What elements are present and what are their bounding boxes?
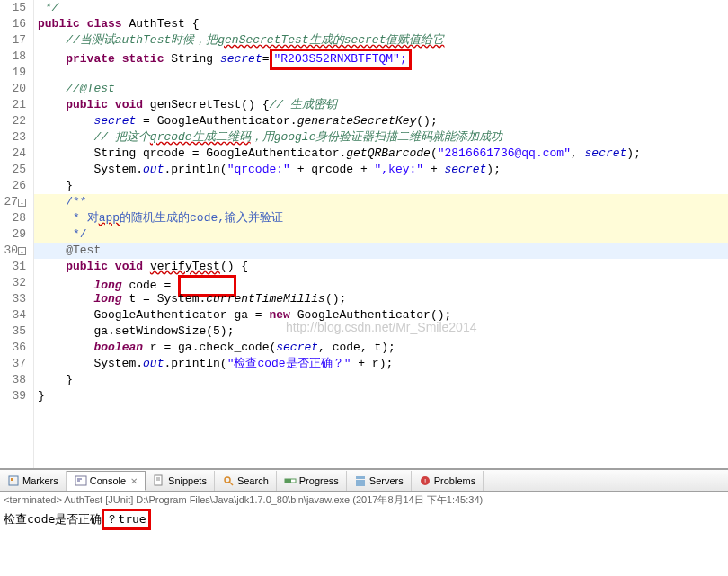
- line-num: 16: [0, 16, 26, 32]
- code-content[interactable]: */ public class AuthTest { //当测试authTest…: [34, 0, 728, 468]
- line-num: 28: [0, 210, 26, 226]
- tab-markers[interactable]: Markers: [0, 471, 67, 491]
- tab-servers[interactable]: Servers: [347, 471, 412, 491]
- line-num: 30-: [0, 243, 26, 259]
- fold-toggle-icon[interactable]: -: [18, 199, 26, 207]
- line-num: 21: [0, 97, 26, 113]
- line-num: 27-: [0, 194, 26, 210]
- console-status: <terminated> AuthTest [JUnit] D:\Program…: [4, 493, 724, 507]
- close-icon[interactable]: ✕: [130, 476, 138, 486]
- line-num: 25: [0, 162, 26, 178]
- svg-rect-11: [285, 479, 291, 483]
- servers-icon: [354, 474, 367, 487]
- svg-rect-12: [356, 476, 365, 479]
- line-num: 36: [0, 340, 26, 356]
- bottom-panel: Markers Console ✕ Snippets Search Progre…: [0, 469, 728, 575]
- svg-rect-1: [11, 478, 13, 481]
- search-icon: [222, 474, 235, 487]
- highlight-box-result: ？true: [102, 509, 150, 530]
- tab-console[interactable]: Console ✕: [67, 471, 146, 491]
- tab-progress[interactable]: Progress: [277, 471, 347, 491]
- progress-icon: [284, 474, 297, 487]
- tab-problems[interactable]: ! Problems: [412, 471, 484, 491]
- svg-line-9: [229, 482, 233, 485]
- line-num: 23: [0, 129, 26, 146]
- svg-rect-14: [356, 483, 365, 486]
- line-num: 15: [0, 0, 26, 16]
- line-num: 31: [0, 259, 26, 275]
- line-number-gutter: 15 16 17 18 19 20 21 22 23 24 25 26 27- …: [0, 0, 34, 468]
- svg-rect-2: [75, 476, 86, 485]
- snippets-icon: [153, 474, 165, 487]
- line-num: 26: [0, 178, 26, 194]
- tab-search[interactable]: Search: [215, 471, 277, 491]
- problems-icon: !: [419, 474, 431, 487]
- line-num: 22: [0, 113, 26, 129]
- console-icon: [75, 474, 87, 487]
- line-num: 29: [0, 226, 26, 243]
- line-num: 20: [0, 81, 26, 97]
- line-num: 34: [0, 307, 26, 323]
- line-num: 39: [0, 388, 26, 404]
- markers-icon: [7, 474, 20, 487]
- line-num: 32: [0, 275, 26, 291]
- console-content[interactable]: <terminated> AuthTest [JUnit] D:\Program…: [0, 492, 728, 532]
- line-num: 19: [0, 65, 26, 81]
- line-num: 17: [0, 32, 26, 49]
- line-num: 24: [0, 146, 26, 162]
- line-num: 35: [0, 323, 26, 340]
- svg-text:!: !: [424, 477, 426, 485]
- views-tab-bar: Markers Console ✕ Snippets Search Progre…: [0, 470, 728, 492]
- svg-rect-13: [356, 480, 365, 483]
- line-num: 18: [0, 49, 26, 65]
- line-num: 37: [0, 356, 26, 372]
- tab-snippets[interactable]: Snippets: [146, 471, 215, 491]
- line-num: 38: [0, 372, 26, 388]
- line-num: 33: [0, 291, 26, 307]
- code-editor[interactable]: 15 16 17 18 19 20 21 22 23 24 25 26 27- …: [0, 0, 728, 469]
- console-output-line: 检查code是否正确？true: [4, 509, 724, 530]
- fold-toggle-icon[interactable]: -: [18, 247, 26, 255]
